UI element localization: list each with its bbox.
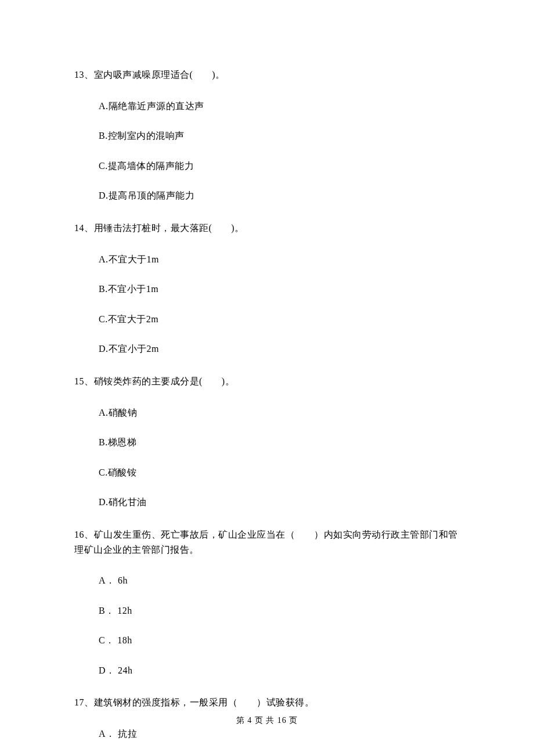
question-number: 16、 (74, 530, 94, 539)
option-d: D.不宜小于2m (99, 341, 460, 357)
option-a: A.硝酸钠 (99, 405, 460, 420)
option-b: B.梯恩梯 (99, 435, 460, 450)
option-a: A． 抗拉 (99, 726, 460, 741)
options-group: A.隔绝靠近声源的直达声 B.控制室内的混响声 C.提高墙体的隔声能力 D.提高… (74, 99, 460, 203)
page-footer: 第 4 页 共 16 页 (0, 715, 534, 726)
question-text: 14、用锤击法打桩时，最大落距( )。 (74, 221, 460, 236)
option-c: C.不宜大于2m (99, 312, 460, 327)
question-text: 17、建筑钢材的强度指标，一般采用（ ）试验获得。 (74, 695, 460, 710)
question-number: 17、 (74, 697, 94, 707)
question-text: 16、矿山发生重伤、死亡事故后，矿山企业应当在（ ）内如实向劳动行政主管部门和管… (74, 527, 460, 557)
options-group: A． 6h B． 12h C． 18h D． 24h (74, 573, 460, 678)
option-c: C.硝酸铵 (99, 465, 460, 480)
question-stem: 建筑钢材的强度指标，一般采用（ ）试验获得。 (94, 697, 315, 707)
options-group: A.不宜大于1m B.不宜小于1m C.不宜大于2m D.不宜小于2m (74, 252, 460, 357)
option-d: D.提高吊顶的隔声能力 (99, 188, 460, 203)
option-d: D． 24h (99, 663, 460, 678)
option-c: C.提高墙体的隔声能力 (99, 159, 460, 174)
option-a: A.隔绝靠近声源的直达声 (99, 99, 460, 114)
question-stem: 室内吸声减噪原理适合( )。 (94, 70, 225, 80)
option-c: C． 18h (99, 633, 460, 648)
question-16: 16、矿山发生重伤、死亡事故后，矿山企业应当在（ ）内如实向劳动行政主管部门和管… (74, 527, 460, 678)
option-b: B.不宜小于1m (99, 282, 460, 297)
question-15: 15、硝铵类炸药的主要成分是( )。 A.硝酸钠 B.梯恩梯 C.硝酸铵 D.硝… (74, 374, 460, 510)
options-group: A.硝酸钠 B.梯恩梯 C.硝酸铵 D.硝化甘油 (74, 405, 460, 510)
option-a: A． 6h (99, 573, 460, 588)
question-stem: 用锤击法打桩时，最大落距( )。 (94, 223, 244, 233)
option-b: B.控制室内的混响声 (99, 128, 460, 143)
document-page: 13、室内吸声减噪原理适合( )。 A.隔绝靠近声源的直达声 B.控制室内的混响… (0, 0, 534, 756)
option-b: B． 12h (99, 603, 460, 618)
question-number: 14、 (74, 223, 94, 233)
question-text: 13、室内吸声减噪原理适合( )。 (74, 67, 460, 82)
option-d: D.硝化甘油 (99, 495, 460, 510)
question-text: 15、硝铵类炸药的主要成分是( )。 (74, 374, 460, 389)
question-stem: 硝铵类炸药的主要成分是( )。 (94, 376, 235, 386)
question-number: 13、 (74, 70, 94, 80)
question-13: 13、室内吸声减噪原理适合( )。 A.隔绝靠近声源的直达声 B.控制室内的混响… (74, 67, 460, 203)
question-stem: 矿山发生重伤、死亡事故后，矿山企业应当在（ ）内如实向劳动行政主管部门和管理矿山… (74, 530, 458, 555)
question-number: 15、 (74, 376, 94, 386)
question-14: 14、用锤击法打桩时，最大落距( )。 A.不宜大于1m B.不宜小于1m C.… (74, 221, 460, 357)
option-a: A.不宜大于1m (99, 252, 460, 267)
options-group: A． 抗拉 B． 抗压 C． 抗剪 (74, 726, 460, 756)
